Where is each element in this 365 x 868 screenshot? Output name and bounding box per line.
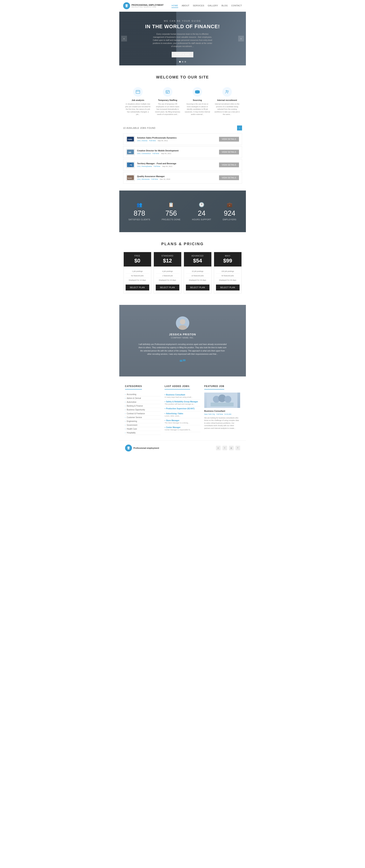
- category-item[interactable]: Customer Service: [125, 415, 161, 420]
- footer-logo-name: Professional employment: [133, 447, 159, 449]
- plan-feature-free-2: No featured jobs: [126, 274, 149, 278]
- hero-dot-2[interactable]: [182, 61, 184, 63]
- view-details-button-4[interactable]: View Details: [219, 175, 239, 180]
- nav-gallery[interactable]: GALLERY: [208, 4, 218, 8]
- category-item[interactable]: Automotive: [125, 400, 161, 404]
- post-job-button[interactable]: POST A JOB: [172, 52, 194, 57]
- last-job-title-6[interactable]: Center Manager: [165, 426, 200, 428]
- plan-feature-maxi-2: 50 featured jobs: [216, 274, 239, 278]
- job-item: FSPA Solution Sales Professionals Dynami…: [123, 133, 242, 145]
- select-plan-maxi-button[interactable]: Select Plan: [216, 284, 239, 290]
- pricing-title: PLANS & PRICING: [123, 242, 242, 246]
- category-item[interactable]: Government: [125, 423, 161, 427]
- feature-label-sourcing: Sourcing: [185, 99, 210, 101]
- category-item[interactable]: Accounting: [125, 393, 161, 396]
- job-info-3: Territory Manager - Food and Beverage US…: [137, 162, 219, 167]
- view-details-button-1[interactable]: View Details: [219, 137, 239, 142]
- svg-text:FB: FB: [130, 164, 132, 166]
- job-date-2: Sep 04, 2011: [161, 153, 171, 154]
- svg-point-4: [228, 91, 229, 92]
- featured-job-meta: New York City Full time $ 25,000: [204, 413, 240, 415]
- featured-job-location: New York City: [204, 413, 215, 415]
- footer-featured-job-col: FEATURED JOB Business Consultant New Yor…: [204, 384, 240, 435]
- nav-blog[interactable]: BLOG: [222, 4, 228, 8]
- logo-sub: Recruiting search firm: [132, 6, 164, 8]
- last-job-item: Production Supervisor (62-647): [165, 406, 200, 411]
- hero-dot-3[interactable]: [185, 61, 186, 63]
- last-job-title-2[interactable]: Safety & Reliability Group Manager: [165, 401, 200, 403]
- select-plan-free-button[interactable]: Select Plan: [126, 284, 149, 290]
- view-details-button-2[interactable]: View Details: [219, 150, 239, 154]
- plan-feature-standard-2: 1 featured job: [156, 274, 179, 278]
- view-details-button-3[interactable]: View Details: [219, 162, 239, 167]
- stat-number-employers: 924: [223, 209, 236, 217]
- plan-name-advanced: ADVANCED: [186, 255, 209, 257]
- nav-contact[interactable]: CONTACT: [231, 4, 242, 8]
- feature-icon-temp-staffing: [163, 87, 172, 97]
- job-title-1: Solution Sales Professionals Dynamics: [137, 136, 219, 139]
- plan-feature-free-1: 1 job postings: [126, 269, 149, 274]
- satisfied-clients-icon: 👥: [129, 202, 150, 208]
- featured-job-name[interactable]: Business Consultant: [204, 410, 240, 412]
- stat-number-hours: 24: [192, 209, 211, 217]
- last-job-desc-1: In many ways lead are using email...: [165, 396, 200, 398]
- category-item[interactable]: Engineering: [125, 420, 161, 423]
- select-plan-standard-button[interactable]: Select Plan: [156, 284, 179, 290]
- last-job-title-3[interactable]: Production Supervisor (62-647): [165, 407, 200, 410]
- jobs-nav-button[interactable]: ›: [237, 125, 242, 130]
- last-job-desc-6: Center Manager is responsible fo...: [165, 429, 200, 431]
- category-item[interactable]: Banking & Finance: [125, 404, 161, 408]
- category-item[interactable]: Business Opportunity: [125, 408, 161, 412]
- hero-title: IN THE WORLD OF FINANCE!: [131, 24, 234, 30]
- category-item[interactable]: Admin & Clerical: [125, 396, 161, 400]
- hero-dot-1[interactable]: [179, 61, 181, 63]
- social-tumblr-icon[interactable]: t: [223, 446, 227, 450]
- last-job-item: Center Manager Center Manager is respons…: [165, 425, 200, 432]
- hero-subtitle: WE CAN BE YOUR GUIDE: [131, 20, 234, 22]
- svg-point-14: [180, 319, 185, 324]
- last-job-item: Business Consultant In many ways lead ar…: [165, 393, 200, 400]
- plan-body-standard: 4 job postings 1 featured job Displayed …: [154, 267, 181, 293]
- plan-advanced: ADVANCED $54 10 job postings 10 featured…: [184, 252, 211, 293]
- feature-desc-sourcing: Sourcing is the use of one or more strat…: [185, 103, 210, 116]
- social-twitter-icon[interactable]: y: [216, 446, 221, 450]
- category-item[interactable]: Health Care: [125, 427, 161, 431]
- welcome-section: WELCOME TO OUR SITE Job analysis In situ…: [119, 65, 246, 124]
- last-job-title-5[interactable]: Store Manager: [165, 420, 200, 422]
- hero-prev-button[interactable]: ‹: [121, 36, 127, 41]
- plan-feature-maxi-1: 100 job postings: [216, 269, 239, 274]
- header: Professional employment Recruiting searc…: [119, 0, 246, 12]
- social-facebook-icon[interactable]: f: [236, 446, 240, 450]
- hero-next-button[interactable]: ›: [238, 36, 244, 41]
- feature-temp-staffing: Temporary Staffing The use of temporary …: [155, 87, 181, 116]
- plan-name-free: FREE: [126, 255, 149, 257]
- logo: Professional employment Recruiting searc…: [123, 2, 164, 9]
- plan-header-standard: STANDARD $12: [154, 252, 181, 267]
- plan-feature-advanced-1: 10 job postings: [186, 269, 209, 274]
- plan-body-advanced: 10 job postings 10 featured jobs Display…: [184, 267, 211, 293]
- footer-columns: CATEGORIES Accounting Admin & Clerical A…: [125, 384, 240, 435]
- category-item[interactable]: Hospitality: [125, 431, 161, 435]
- last-job-title-4[interactable]: Advertising / Sales: [165, 412, 200, 414]
- select-plan-advanced-button[interactable]: Select Plan: [186, 284, 209, 290]
- job-location-1: USA, Arizona: [137, 140, 147, 142]
- social-google-icon[interactable]: g: [229, 446, 234, 450]
- nav-about[interactable]: ABOUT: [181, 4, 189, 8]
- category-item[interactable]: Contract & Freelance: [125, 412, 161, 415]
- feature-label-job-analysis: Job analysis: [125, 99, 151, 101]
- footer-social: y t g f: [216, 446, 240, 450]
- last-job-title-1[interactable]: Business Consultant: [165, 394, 200, 396]
- footer-logo-icon: [125, 444, 132, 452]
- nav-services[interactable]: SERVICES: [193, 4, 204, 8]
- nav-home[interactable]: HOME: [171, 4, 178, 8]
- job-type-1: Full time: [149, 140, 156, 142]
- svg-rect-20: [210, 403, 234, 406]
- hero-description: Every corporate human resources team is …: [152, 33, 213, 48]
- plan-name-standard: STANDARD: [156, 255, 179, 257]
- svg-point-19: [224, 396, 231, 403]
- svg-text:MB: MB: [129, 151, 131, 153]
- svg-point-15: [178, 325, 187, 330]
- job-logo-1: FSPA: [126, 136, 135, 143]
- stat-label-hours: Hours Support: [192, 219, 211, 221]
- featured-job-desc: We are looking for business consultants …: [204, 417, 240, 430]
